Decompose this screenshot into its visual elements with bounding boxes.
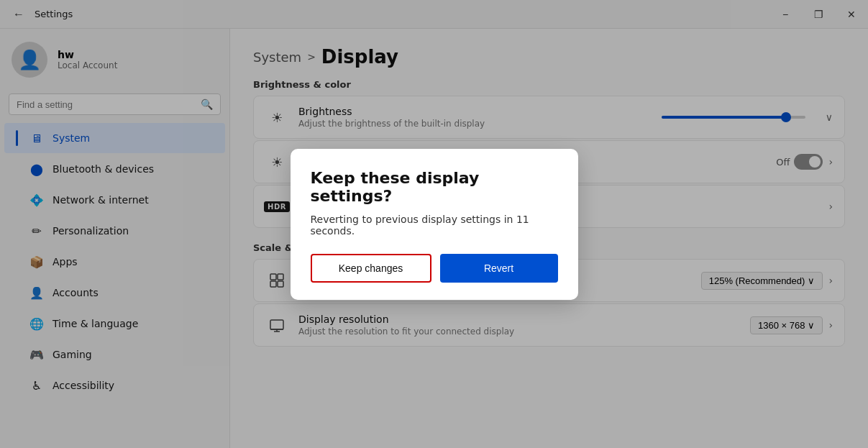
- keep-changes-button[interactable]: Keep changes: [311, 254, 431, 283]
- dialog-buttons: Keep changes Revert: [311, 254, 558, 283]
- keep-settings-dialog: Keep these display settings? Reverting t…: [291, 149, 578, 300]
- revert-button[interactable]: Revert: [440, 254, 558, 283]
- dialog-message: Reverting to previous display settings i…: [311, 214, 558, 237]
- dialog-overlay: Keep these display settings? Reverting t…: [0, 0, 868, 448]
- dialog-title: Keep these display settings?: [311, 169, 558, 205]
